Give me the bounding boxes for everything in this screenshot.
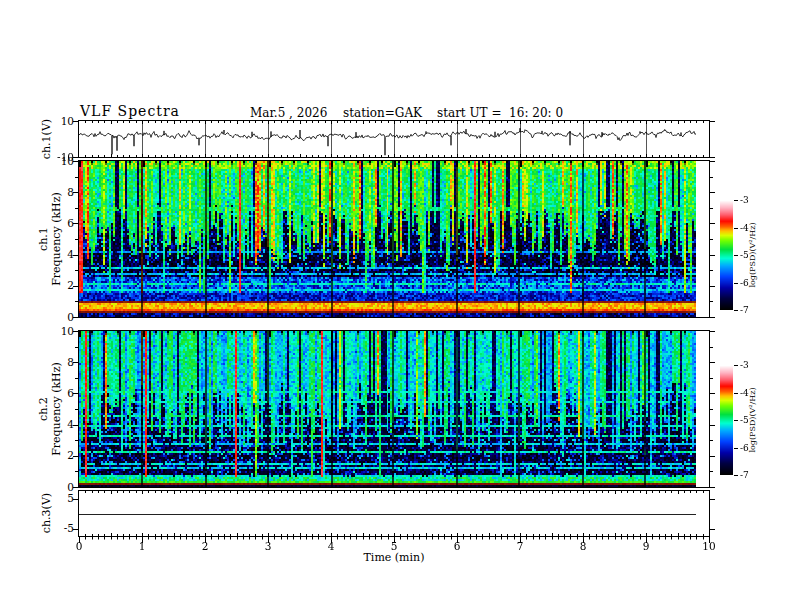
freq-tick-mark: [73, 192, 78, 193]
colorbar-tick-label: -6: [740, 443, 749, 453]
panel-ch3-waveform: [78, 490, 710, 537]
freq-minor-tick-mark: [75, 208, 78, 209]
vlf-spectra-figure: VLF Spectra Mar.5 , 2026 station=GAK sta…: [0, 0, 792, 612]
colorbar-tick-label: -4: [740, 223, 749, 233]
colorbar-tick-label: -3: [740, 195, 749, 205]
freq-minor-tick-mark: [710, 177, 713, 178]
freq-minor-tick-mark: [75, 177, 78, 178]
x-tick-label: 7: [507, 540, 533, 552]
freq-tick-mark: [710, 255, 715, 256]
y-tick-mark: [73, 499, 78, 500]
colorbar-tick-mark: [734, 475, 738, 476]
freq-tick-mark: [710, 317, 715, 318]
freq-tick-label: 8: [52, 356, 74, 368]
figure-station: station=GAK: [343, 106, 422, 120]
colorbar-tick-mark: [734, 420, 738, 421]
freq-minor-tick-mark: [75, 440, 78, 441]
y-tick-mark: [73, 121, 78, 122]
freq-tick-mark: [73, 331, 78, 332]
x-tick-label: 8: [570, 540, 596, 552]
freq-tick-mark: [73, 456, 78, 457]
y-tick-label: 5: [52, 492, 74, 504]
y-tick-label: -10: [52, 151, 74, 163]
y-tick-mark: [73, 529, 78, 530]
colorbar-ch2-label: log(PSD)(V²/Hz): [748, 355, 758, 485]
y-tick-mark: [710, 121, 715, 122]
x-tick-label: 1: [129, 540, 155, 552]
freq-tick-mark: [73, 255, 78, 256]
ch3-waveform-canvas: [79, 491, 709, 536]
freq-tick-label: 0: [52, 481, 74, 493]
colorbar-ch2: [720, 365, 733, 475]
x-tick-label: 10: [696, 540, 722, 552]
freq-minor-tick-mark: [75, 378, 78, 379]
freq-minor-tick-mark: [710, 239, 713, 240]
ch1-spectrogram-axis-label-1: ch.1: [37, 174, 51, 304]
colorbar-ch1: [720, 200, 733, 310]
freq-minor-tick-mark: [710, 471, 713, 472]
freq-minor-tick-mark: [710, 440, 713, 441]
freq-tick-mark: [710, 192, 715, 193]
ch1-spectrogram-canvas: [79, 161, 696, 317]
freq-minor-tick-mark: [710, 347, 713, 348]
freq-minor-tick-mark: [75, 301, 78, 302]
freq-tick-mark: [710, 393, 715, 394]
figure-date: Mar.5 , 2026: [250, 106, 327, 120]
freq-minor-tick-mark: [710, 208, 713, 209]
x-tick-label: 0: [66, 540, 92, 552]
freq-minor-tick-mark: [75, 471, 78, 472]
freq-tick-label: 10: [52, 325, 74, 337]
colorbar-tick-label: -3: [740, 360, 749, 370]
freq-tick-mark: [73, 286, 78, 287]
colorbar-tick-mark: [734, 448, 738, 449]
freq-tick-label: 4: [52, 418, 74, 430]
freq-tick-mark: [73, 317, 78, 318]
freq-tick-mark: [73, 393, 78, 394]
freq-minor-tick-mark: [75, 270, 78, 271]
freq-tick-mark: [710, 223, 715, 224]
x-axis-label: Time (min): [344, 551, 444, 564]
freq-tick-mark: [710, 487, 715, 488]
freq-tick-label: 2: [52, 279, 74, 291]
freq-tick-mark: [73, 362, 78, 363]
y-tick-mark: [710, 529, 715, 530]
y-tick-mark: [710, 157, 715, 158]
colorbar-tick-mark: [734, 283, 738, 284]
colorbar-tick-mark: [734, 393, 738, 394]
freq-tick-mark: [710, 456, 715, 457]
freq-minor-tick-mark: [710, 409, 713, 410]
ch3-voltage-axis-label: ch.3(V): [40, 448, 54, 578]
panel-ch1-waveform: [78, 120, 710, 158]
figure-title: VLF Spectra: [80, 103, 180, 119]
freq-tick-mark: [73, 223, 78, 224]
y-tick-label: 10: [52, 115, 74, 127]
x-tick-label: 4: [318, 540, 344, 552]
freq-tick-mark: [710, 362, 715, 363]
x-tick-label: 3: [255, 540, 281, 552]
colorbar-tick-mark: [734, 310, 738, 311]
y-tick-label: -5: [52, 522, 74, 534]
freq-minor-tick-mark: [75, 409, 78, 410]
freq-tick-label: 4: [52, 248, 74, 260]
ch1-waveform-canvas: [79, 121, 709, 157]
colorbar-tick-label: -5: [740, 250, 749, 260]
colorbar-tick-mark: [734, 255, 738, 256]
x-tick-label: 5: [381, 540, 407, 552]
x-tick-label: 9: [633, 540, 659, 552]
colorbar-tick-mark: [734, 365, 738, 366]
freq-tick-label: 0: [52, 311, 74, 323]
freq-minor-tick-mark: [75, 347, 78, 348]
freq-tick-label: 6: [52, 217, 74, 229]
freq-tick-mark: [73, 425, 78, 426]
y-tick-mark: [73, 157, 78, 158]
freq-tick-mark: [710, 331, 715, 332]
colorbar-tick-mark: [734, 228, 738, 229]
freq-tick-mark: [710, 286, 715, 287]
freq-tick-label: 2: [52, 449, 74, 461]
panel-ch2-spectrogram: [78, 330, 710, 488]
x-tick-label: 2: [192, 540, 218, 552]
colorbar-tick-label: -4: [740, 388, 749, 398]
freq-tick-mark: [73, 487, 78, 488]
freq-tick-label: 8: [52, 186, 74, 198]
ch2-spectrogram-canvas: [79, 331, 696, 487]
